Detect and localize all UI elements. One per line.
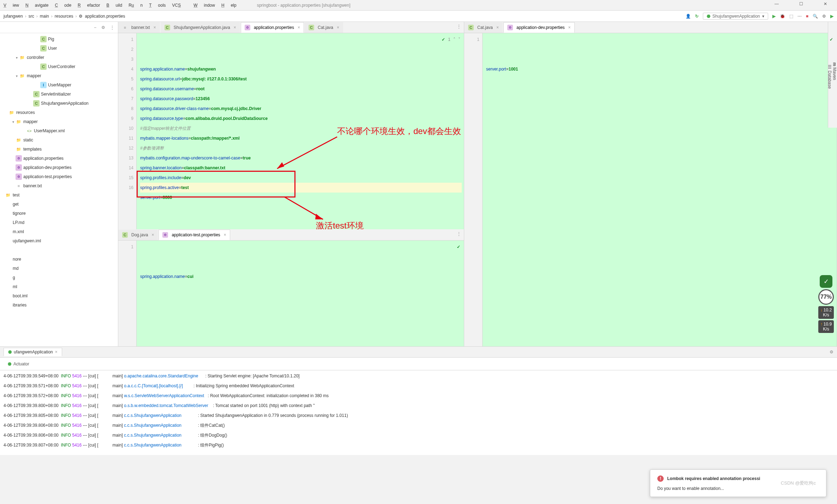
stop-button-icon[interactable]: ■	[806, 14, 808, 19]
navigation-bar: jufangwen› src› main› resources› ⚙ appli…	[0, 11, 837, 22]
editor-tab[interactable]: CDog.java×	[118, 230, 158, 240]
gear-icon: ⚙	[79, 14, 83, 19]
menu-tools[interactable]: Tools	[149, 3, 166, 8]
inspection-status[interactable]: ✓ 1 ˄ ˅	[442, 35, 460, 44]
breadcrumb-item[interactable]: jufangwen	[4, 14, 23, 19]
menu-run[interactable]: Run	[128, 3, 143, 8]
search-icon[interactable]: 🔍	[813, 14, 818, 19]
window-close[interactable]: ✕	[824, 1, 827, 6]
tree-item[interactable]: CShujufangwenApplication	[0, 99, 118, 108]
gear-icon[interactable]: ⚙	[101, 25, 105, 30]
settings-icon[interactable]: ⚙	[822, 14, 826, 19]
tree-item[interactable]: ⚙application.properties	[0, 154, 118, 163]
tree-item[interactable]: CPig	[0, 35, 118, 44]
net-up-stat: ↑ 10.9K/s	[818, 320, 834, 333]
tree-item[interactable]: 📁test	[0, 190, 118, 200]
window-title: springboot - application.properties [shu…	[257, 3, 351, 8]
tree-item[interactable]: ⚙application-test.properties	[0, 172, 118, 181]
run-config-dropdown[interactable]: ⬣ ShujufangwenApplication ▾	[703, 13, 768, 20]
coverage-icon[interactable]: ⬚	[789, 14, 793, 19]
tree-item[interactable]: ▾📁mapper	[0, 71, 118, 80]
next-problem-icon[interactable]: ˅	[458, 35, 460, 44]
tree-item[interactable]: LP.md	[0, 218, 118, 227]
tree-item[interactable]: CUser	[0, 44, 118, 53]
tree-item[interactable]: ml	[0, 282, 118, 291]
tree-item[interactable]: md	[0, 264, 118, 273]
close-icon[interactable]: ×	[55, 350, 58, 354]
breadcrumb-item[interactable]: main	[40, 14, 49, 19]
code-editor-main[interactable]: ✓ 1 ˄ ˅ spring.application.name=shujufan…	[137, 33, 464, 229]
tree-item[interactable]: nore	[0, 255, 118, 264]
console-output[interactable]: 4-06-12T09:39:39.549+08:00 INFO 5416 ---…	[0, 370, 837, 455]
editor-tab[interactable]: ≡banner.txt×	[118, 22, 160, 33]
tree-item[interactable]: ibraries	[0, 300, 118, 310]
editor-tab[interactable]: ⚙application-dev.properties×	[503, 22, 575, 33]
debug-button-icon[interactable]: 🐞	[780, 14, 785, 19]
tree-item[interactable]: boot.iml	[0, 291, 118, 300]
run-button-icon[interactable]: ▶	[772, 14, 776, 19]
editor-tab[interactable]: CShujufangwenApplication.java×	[161, 22, 240, 33]
tree-item[interactable]: CUserController	[0, 62, 118, 71]
tree-item[interactable]: g	[0, 273, 118, 282]
performance-score[interactable]: 77%	[818, 289, 834, 305]
menu-view[interactable]: View	[4, 3, 19, 8]
tree-item[interactable]: 📁static	[0, 135, 118, 145]
toolbar: 👤 ↻ ⬣ ShujufangwenApplication ▾ ▶ 🐞 ⬚ ⋯ …	[686, 13, 833, 20]
code-gutter[interactable]: 12345678910111213141516	[118, 33, 137, 229]
tab-menu-icon[interactable]: ⋮	[457, 231, 461, 236]
code-gutter[interactable]: 1	[118, 241, 137, 346]
gear-icon[interactable]: ⚙	[830, 350, 833, 354]
side-performance-widget: ✓ 77% ↓ 10.2K/s ↑ 10.9K/s	[817, 275, 835, 333]
run-tab[interactable]: ⬣ ufangwenApplication ×	[4, 348, 62, 356]
code-gutter[interactable]: 1	[464, 33, 483, 346]
tree-item[interactable]: tignore	[0, 209, 118, 218]
editor-tab[interactable]: CCat.java×	[305, 22, 343, 33]
editor-tab[interactable]: ⚙application.properties×	[241, 22, 304, 33]
tree-item[interactable]: ≡banner.txt	[0, 181, 118, 190]
project-tree[interactable]: CPigCUser▾📁controllerCUserController▾📁ma…	[0, 33, 118, 311]
chevron-down-icon: ▾	[762, 14, 764, 19]
tree-item[interactable]: IUserMapper	[0, 80, 118, 90]
code-editor-bottom[interactable]: ✓ spring.application.name=cui	[137, 241, 464, 346]
more-icon[interactable]: ⋮	[110, 25, 114, 30]
menu-build[interactable]: Build	[106, 3, 122, 8]
profile-icon[interactable]: ⋯	[797, 14, 802, 19]
breadcrumb-item[interactable]: resources	[55, 14, 73, 19]
menu-window[interactable]: Window	[193, 3, 215, 8]
tree-item[interactable]: ▾📁mapper	[0, 117, 118, 126]
tree-item[interactable]: ▾📁controller	[0, 53, 118, 62]
tree-item[interactable]: get	[0, 200, 118, 209]
menubar: View Navigate Code Refactor Build Run To…	[0, 0, 837, 11]
spring-icon: ⬣	[8, 350, 12, 354]
breadcrumb[interactable]: jufangwen› src› main› resources› ⚙ appli…	[4, 14, 125, 19]
window-maximize[interactable]: ☐	[799, 1, 803, 6]
problem-count: 1	[448, 35, 450, 44]
breadcrumb-item[interactable]: application.properties	[85, 14, 125, 19]
breadcrumb-item[interactable]: src	[29, 14, 34, 19]
tree-item[interactable]: 📁templates	[0, 145, 118, 154]
actuator-tab[interactable]: ⬣ Actuator	[4, 360, 34, 368]
tree-item[interactable]: CServletInitializer	[0, 90, 118, 99]
tree-item[interactable]: <>UserMapper.xml	[0, 126, 118, 135]
tree-item[interactable]	[0, 245, 118, 255]
code-editor-right[interactable]: ✓ server.port=1001	[483, 33, 837, 346]
prev-problem-icon[interactable]: ˄	[453, 35, 455, 44]
editor-tab[interactable]: ⚙application-test.properties×	[159, 230, 230, 240]
editor-tab[interactable]: CCat.java×	[464, 22, 503, 33]
menu-code[interactable]: Code	[55, 3, 71, 8]
tab-menu-icon[interactable]: ⋮	[457, 24, 461, 29]
build-icon[interactable]: ↻	[695, 14, 699, 19]
menu-vcs[interactable]: VCS	[172, 3, 187, 8]
collapse-icon[interactable]: −	[94, 25, 96, 30]
tree-item[interactable]: 📁resources	[0, 108, 118, 117]
run-anything-icon[interactable]: ▶	[830, 14, 833, 19]
menu-navigate[interactable]: Navigate	[25, 3, 48, 8]
tree-item[interactable]: m.xml	[0, 227, 118, 236]
shield-icon[interactable]: ✓	[820, 275, 832, 288]
user-icon[interactable]: 👤	[686, 14, 691, 19]
menu-help[interactable]: Help	[221, 3, 237, 8]
window-minimize[interactable]: —	[775, 1, 779, 6]
tree-item[interactable]: ⚙application-dev.properties	[0, 163, 118, 172]
tree-item[interactable]: ujufangwen.iml	[0, 236, 118, 245]
menu-refactor[interactable]: Refactor	[78, 3, 100, 8]
